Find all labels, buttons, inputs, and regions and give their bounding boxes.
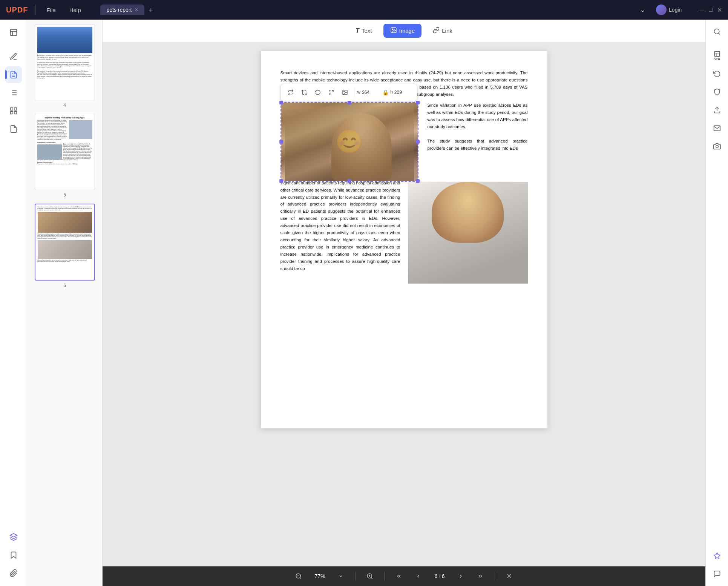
thumb-page-4[interactable]: Animals are a showcase of the wonder of … — [30, 24, 99, 108]
svg-line-34 — [718, 33, 720, 35]
handle-tm[interactable] — [348, 101, 351, 104]
content-area: T Text Image Link Smart devices — [103, 20, 705, 586]
sidebar-icon-organize[interactable] — [5, 121, 22, 137]
sidebar-icon-annotate[interactable] — [5, 66, 22, 83]
close-icon[interactable]: ✕ — [717, 6, 722, 14]
thumb-page-num-5: 5 — [63, 192, 66, 198]
menu-file[interactable]: File — [43, 5, 58, 15]
link-tool-label: Link — [442, 28, 452, 34]
selected-image-visual — [281, 103, 418, 181]
right-icon-share[interactable] — [710, 103, 725, 118]
bottom-col-image — [408, 182, 528, 284]
image-tool-button[interactable]: Image — [383, 24, 422, 38]
svg-marker-40 — [714, 553, 720, 559]
sidebar-icon-attachment[interactable] — [5, 565, 22, 581]
svg-rect-14 — [14, 112, 16, 114]
prev-page-button[interactable] — [412, 569, 425, 583]
pdf-area[interactable]: Smart devices and internet-based applica… — [103, 42, 705, 566]
toolbar-sep — [354, 88, 354, 97]
tab-area: pets report ✕ ＋ — [91, 4, 629, 16]
bar-sep-3 — [495, 572, 495, 581]
svg-marker-15 — [10, 534, 17, 537]
img-tool-flip-v[interactable] — [298, 86, 310, 98]
svg-line-30 — [371, 577, 372, 578]
maximize-icon[interactable]: □ — [709, 6, 713, 14]
sidebar-icon-bookmark[interactable] — [5, 547, 22, 563]
svg-rect-0 — [10, 29, 17, 36]
sidebar-icon-pen[interactable] — [5, 48, 22, 65]
right-icon-camera[interactable] — [710, 139, 725, 154]
tab-close-icon[interactable]: ✕ — [135, 7, 138, 12]
sidebar-icon-layers[interactable] — [5, 529, 22, 545]
selected-image-wrapper[interactable] — [280, 102, 418, 182]
selected-image-container[interactable]: w 🔒 h — [280, 102, 420, 182]
handle-bl[interactable] — [279, 179, 283, 183]
right-icon-search[interactable] — [710, 24, 725, 39]
right-icon-protect[interactable] — [710, 84, 725, 100]
height-input[interactable] — [394, 90, 413, 95]
tab-pets-report[interactable]: pets report ✕ — [100, 5, 144, 15]
img-tool-crop[interactable] — [325, 86, 337, 98]
text-tool-button[interactable]: T Text — [349, 25, 379, 37]
zoom-out-button[interactable] — [292, 569, 305, 583]
tab-add-button[interactable]: ＋ — [146, 4, 156, 16]
para-right-1: Since variation in APP use existed acros… — [428, 102, 528, 130]
width-input[interactable] — [362, 90, 381, 95]
thumb-page-6[interactable]: Smart devices and internet-based applica… — [30, 204, 99, 288]
img-tool-flip-h[interactable] — [285, 86, 297, 98]
content-toolbar: T Text Image Link — [103, 20, 705, 42]
thumb-page-5[interactable]: Improve Working Productivity in Using Ap… — [30, 114, 99, 198]
text-tool-label: Text — [362, 28, 372, 34]
svg-point-17 — [392, 29, 393, 29]
app-logo: UPDF — [6, 6, 28, 14]
svg-point-39 — [716, 146, 718, 148]
lock-icon[interactable]: 🔒 — [382, 88, 389, 97]
svg-point-33 — [714, 29, 719, 34]
bar-sep-1 — [355, 572, 356, 581]
thumb-page-num-6: 6 — [63, 283, 66, 288]
image-dimensions: w 🔒 h — [357, 88, 413, 97]
main-area: Animals are a showcase of the wonder of … — [0, 20, 728, 586]
link-tool-button[interactable]: Link — [426, 24, 459, 38]
right-icon-ai[interactable] — [710, 548, 725, 563]
handle-tr[interactable] — [416, 101, 420, 104]
right-icon-ocr[interactable]: OCR — [710, 48, 725, 63]
bar-sep-2 — [384, 572, 385, 581]
zoom-in-button[interactable] — [363, 569, 377, 583]
right-icon-mail[interactable] — [710, 121, 725, 136]
handle-bm[interactable] — [348, 179, 351, 183]
img-tool-rotate[interactable] — [312, 86, 324, 98]
menu-help[interactable]: Help — [66, 5, 84, 15]
total-pages: 6 — [442, 573, 445, 579]
window-controls: — □ ✕ — [698, 6, 722, 14]
first-page-button[interactable] — [392, 569, 406, 583]
sidebar-icon-list[interactable] — [5, 84, 22, 101]
sidebar-icon-form[interactable] — [5, 103, 22, 119]
svg-rect-13 — [10, 112, 12, 114]
handle-ml[interactable] — [279, 140, 283, 144]
zoom-dropdown-button[interactable] — [334, 569, 348, 583]
right-icon-convert[interactable] — [710, 66, 725, 81]
link-tool-icon — [433, 27, 440, 35]
minimize-icon[interactable]: — — [698, 6, 704, 14]
login-button[interactable]: Login — [656, 5, 682, 15]
handle-br[interactable] — [416, 179, 420, 183]
sidebar-icon-read[interactable] — [5, 24, 22, 41]
next-page-button[interactable] — [454, 569, 467, 583]
pdf-page: Smart devices and internet-based applica… — [261, 51, 547, 428]
handle-mr[interactable] — [416, 140, 420, 144]
zoom-display: 77% — [311, 573, 328, 579]
right-icon-comment[interactable] — [710, 566, 725, 581]
handle-tl[interactable] — [279, 101, 283, 104]
sidebar-bottom — [5, 529, 22, 581]
sidebar-icon-separator1 — [5, 42, 22, 47]
bottom-navigation-bar: 77% 6 / 6 — [103, 566, 705, 586]
width-label: w — [357, 89, 361, 96]
img-tool-replace[interactable] — [339, 86, 351, 98]
svg-rect-11 — [10, 108, 12, 110]
para-right-2: The study suggests that advanced practic… — [428, 138, 528, 152]
last-page-button[interactable] — [474, 569, 487, 583]
chevron-down-icon[interactable]: ⌄ — [637, 4, 648, 15]
tab-label: pets report — [106, 7, 132, 13]
close-bottom-button[interactable]: ✕ — [503, 569, 516, 583]
